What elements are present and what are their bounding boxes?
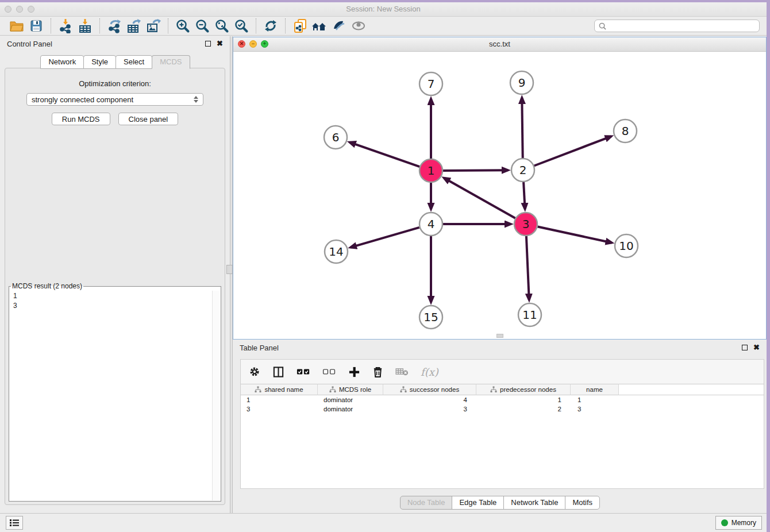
column-header-mcds-role[interactable]: MCDS role [318,384,383,395]
column-header-name[interactable]: name [571,384,619,395]
tab-edge-table[interactable]: Edge Table [452,496,504,510]
graph-edge-2-3[interactable] [523,182,525,209]
column-header-shared-name[interactable]: shared name [241,384,318,395]
cell-successor-nodes[interactable]: 4 [383,396,476,403]
tab-network-table[interactable]: Network Table [503,496,565,510]
zoom-in-icon[interactable] [173,17,192,34]
network-window-titlebar[interactable]: ✕ − + scc.txt [233,37,766,52]
column-header-predecessor-nodes[interactable]: predecessor nodes [476,384,571,395]
import-network-icon[interactable] [56,17,75,34]
column-type-icon [255,386,261,393]
graph-node-3[interactable]: 3 [514,213,537,236]
graphics-details-icon[interactable] [329,17,349,34]
search-box[interactable] [594,20,760,32]
tab-network[interactable]: Network [40,55,84,69]
table-row[interactable]: 1 dominator 4 1 1 [241,395,764,404]
column-header-successor-nodes[interactable]: successor nodes [383,384,476,395]
cell-predecessor-nodes[interactable]: 1 [476,396,571,403]
run-mcds-button[interactable]: Run MCDS [52,113,110,125]
graph-node-15[interactable]: 15 [419,306,442,329]
graph-edge-3-10[interactable] [538,227,612,243]
mcds-result-line: 1 [13,291,217,301]
network-resize-grip[interactable] [496,334,503,338]
graph-node-14[interactable]: 14 [325,240,348,263]
zoom-out-icon[interactable] [192,17,212,34]
optimization-criterion-label: Optimization criterion: [5,79,225,88]
task-history-button[interactable] [6,516,23,530]
tab-motifs[interactable]: Motifs [565,496,600,510]
tab-select[interactable]: Select [116,55,152,69]
tab-node-table[interactable]: Node Table [400,496,453,510]
graph-edge-1-6[interactable] [350,142,420,167]
export-image-icon[interactable] [144,17,163,34]
graph-node-11[interactable]: 11 [518,303,541,326]
export-network-icon[interactable] [105,17,124,34]
table-header-row: shared name MCDS role successor nodes pr… [241,384,764,395]
optimization-criterion-select[interactable]: strongly connected component [26,93,203,106]
graph-node-9[interactable]: 9 [510,71,533,94]
cell-name[interactable]: 1 [571,396,619,403]
graph-edge-2-9[interactable] [522,98,522,158]
graph-node-7[interactable]: 7 [419,72,442,95]
tab-mcds[interactable]: MCDS [152,55,190,69]
control-panel-header: Control Panel ✖ [0,36,230,51]
graph-node-2[interactable]: 2 [511,159,534,182]
dropdown-stepper-icon [194,96,198,103]
table-row[interactable]: 3 dominator 3 2 3 [241,404,764,414]
new-network-from-selection-icon[interactable] [290,17,310,34]
save-session-icon[interactable] [26,17,46,34]
graph-edge-2-8[interactable] [534,136,611,165]
first-neighbors-icon[interactable] [310,17,329,34]
vertical-splitter-grip[interactable] [226,265,233,274]
show-columns-icon[interactable] [272,366,284,378]
graph-node-6[interactable]: 6 [324,126,347,149]
refresh-view-icon[interactable] [261,17,280,34]
graph-node-1[interactable]: 1 [419,159,442,182]
graph-node-8[interactable]: 8 [614,119,637,142]
tab-style[interactable]: Style [83,55,116,69]
hide-panels-eye-icon[interactable] [349,17,368,34]
close-table-panel-icon[interactable]: ✖ [753,345,760,350]
add-column-icon[interactable] [348,366,360,378]
open-session-icon[interactable] [7,17,26,34]
zoom-fit-icon[interactable] [212,17,232,34]
close-panel-icon[interactable]: ✖ [217,41,223,47]
table-panel-header: Table Panel ✖ [233,340,767,355]
cell-mcds-role[interactable]: dominator [318,396,383,403]
float-panel-icon[interactable] [205,41,211,47]
export-table-icon[interactable] [124,17,144,34]
graph-edge-3-1[interactable] [444,178,515,218]
import-table-icon[interactable] [75,17,95,34]
delete-column-trash-icon[interactable] [372,366,383,378]
search-input[interactable] [610,21,755,30]
deselect-all-icon[interactable] [322,367,336,376]
graph-edge-4-14[interactable] [351,228,419,248]
graph-edge-3-11[interactable] [526,236,529,300]
network-view-window: ✕ − + scc.txt 7968124314101511 [233,37,767,340]
cell-successor-nodes[interactable]: 3 [383,406,476,413]
table-options-gear-icon[interactable] [249,366,260,377]
select-all-icon[interactable] [297,367,310,376]
desktop-background-strip [767,0,770,532]
svg-text:15: 15 [424,310,438,324]
graph-edge-1-2[interactable] [443,170,508,171]
apply-function-icon: f(x) [421,366,438,378]
window-titlebar[interactable]: Session: New Session [0,2,767,17]
main-toolbar [0,17,767,36]
graph-node-10[interactable]: 10 [615,234,638,257]
result-scrollbar[interactable] [212,291,220,500]
zoom-selected-icon[interactable] [232,17,251,34]
network-canvas[interactable]: 7968124314101511 [233,51,766,339]
close-panel-button[interactable]: Close panel [118,113,179,125]
table-toolbar: f(x) [241,360,764,384]
svg-text:9: 9 [518,76,526,90]
float-table-panel-icon[interactable] [742,345,748,350]
cell-shared-name[interactable]: 1 [241,396,318,403]
graph-node-4[interactable]: 4 [419,213,442,236]
network-graph[interactable]: 7968124314101511 [233,51,766,339]
cell-shared-name[interactable]: 3 [241,406,318,413]
memory-button[interactable]: Memory [715,516,762,530]
cell-name[interactable]: 3 [571,406,619,413]
cell-mcds-role[interactable]: dominator [318,406,383,413]
cell-predecessor-nodes[interactable]: 2 [476,406,571,413]
